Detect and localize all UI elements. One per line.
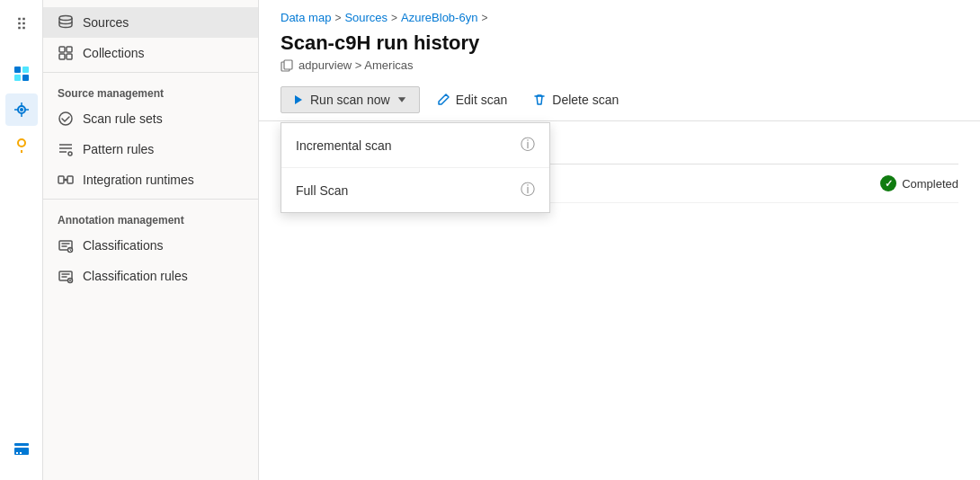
scan-rule-icon <box>58 111 74 127</box>
svg-rect-18 <box>67 54 72 59</box>
svg-rect-3 <box>22 75 29 81</box>
collections-label: Collections <box>83 46 144 60</box>
classifications-icon <box>58 237 74 253</box>
svg-rect-12 <box>16 452 18 454</box>
toolbar: Run scan now Edit scan Delete scan Incre… <box>259 79 980 121</box>
breadcrumb-sep-1: > <box>334 12 341 24</box>
main-content: Data map > Sources > AzureBlob-6yn > Sca… <box>259 0 980 480</box>
pattern-rules-item[interactable]: Pattern rules <box>43 134 258 164</box>
svg-rect-0 <box>14 67 21 73</box>
scan-rule-sets-item[interactable]: Scan rule sets <box>43 103 258 134</box>
full-scan-info-icon[interactable]: ⓘ <box>521 181 535 200</box>
chevron-down-icon <box>396 93 408 106</box>
svg-rect-17 <box>59 54 65 59</box>
breadcrumb-data-map[interactable]: Data map <box>281 11 331 24</box>
svg-point-5 <box>20 108 23 111</box>
copy-icon <box>281 59 293 72</box>
incremental-scan-label: Incremental scan <box>296 138 392 153</box>
classifications-item[interactable]: Classifications <box>43 230 258 261</box>
svg-rect-2 <box>14 75 21 81</box>
pattern-rules-icon <box>58 141 74 157</box>
svg-marker-37 <box>398 97 405 102</box>
incremental-scan-option[interactable]: Incremental scan ⓘ <box>281 123 549 168</box>
insights-icon[interactable] <box>5 129 38 162</box>
play-icon <box>292 93 305 106</box>
svg-rect-15 <box>59 47 65 52</box>
classification-rules-icon <box>58 268 74 284</box>
annotation-management-header: Annotation management <box>43 203 258 230</box>
svg-rect-24 <box>58 176 64 183</box>
pattern-rules-label: Pattern rules <box>83 142 154 156</box>
status-label: Completed <box>902 177 958 191</box>
data-map-icon[interactable] <box>5 93 38 126</box>
full-scan-label: Full Scan <box>296 183 348 198</box>
svg-rect-13 <box>20 452 22 454</box>
full-scan-option[interactable]: Full Scan ⓘ <box>281 168 549 212</box>
integration-runtimes-label: Integration runtimes <box>83 173 194 187</box>
page-subtitle: adpurview > Americas <box>281 58 958 72</box>
management-icon[interactable] <box>5 433 38 466</box>
svg-marker-36 <box>295 95 302 104</box>
breadcrumb-sources[interactable]: Sources <box>344 11 388 24</box>
subtitle-text: adpurview > Americas <box>298 58 414 72</box>
svg-point-27 <box>65 179 67 182</box>
collections-item[interactable]: Collections <box>43 38 258 68</box>
svg-point-23 <box>68 152 72 156</box>
classification-rules-label: Classification rules <box>83 269 188 283</box>
icon-rail <box>0 0 43 480</box>
svg-rect-10 <box>14 443 29 446</box>
completed-check-icon <box>880 175 896 191</box>
breadcrumb: Data map > Sources > AzureBlob-6yn > <box>259 0 980 28</box>
classification-rules-item[interactable]: Classification rules <box>43 261 258 291</box>
delete-scan-button[interactable]: Delete scan <box>523 87 628 112</box>
incremental-scan-info-icon[interactable]: ⓘ <box>521 136 535 155</box>
integration-icon <box>58 172 74 188</box>
svg-rect-1 <box>22 67 29 73</box>
svg-rect-35 <box>284 60 292 69</box>
dropdown-menu: Incremental scan ⓘ Full Scan ⓘ <box>281 122 550 213</box>
svg-point-19 <box>59 112 72 125</box>
sources-item[interactable]: Sources <box>43 7 258 38</box>
sidebar: Sources Collections Source management Sc… <box>43 0 259 480</box>
edit-icon <box>436 93 450 107</box>
breadcrumb-sep-2: > <box>391 12 397 24</box>
breadcrumb-azure-blob[interactable]: AzureBlob-6yn <box>401 11 477 24</box>
row-status: Completed <box>880 175 958 191</box>
classifications-label: Classifications <box>83 238 163 253</box>
svg-point-14 <box>59 16 72 21</box>
scan-rule-sets-label: Scan rule sets <box>83 111 163 126</box>
page-title: Scan-c9H run history <box>281 31 958 55</box>
collapse-icon[interactable] <box>5 7 38 40</box>
delete-icon <box>532 93 547 107</box>
source-management-header: Source management <box>43 76 258 103</box>
edit-scan-label: Edit scan <box>456 93 508 107</box>
integration-runtimes-item[interactable]: Integration runtimes <box>43 164 258 195</box>
run-scan-label: Run scan now <box>310 93 390 107</box>
sources-label: Sources <box>83 15 129 30</box>
run-scan-button[interactable]: Run scan now <box>281 86 420 113</box>
edit-scan-button[interactable]: Edit scan <box>427 87 517 112</box>
database-icon <box>58 14 74 31</box>
collections-icon <box>58 45 74 61</box>
svg-rect-25 <box>67 176 73 183</box>
delete-scan-label: Delete scan <box>552 93 619 107</box>
data-catalog-icon[interactable] <box>5 58 38 90</box>
svg-rect-16 <box>67 47 72 52</box>
breadcrumb-sep-3: > <box>481 12 487 24</box>
page-header: Scan-c9H run history adpurview > America… <box>259 28 980 79</box>
